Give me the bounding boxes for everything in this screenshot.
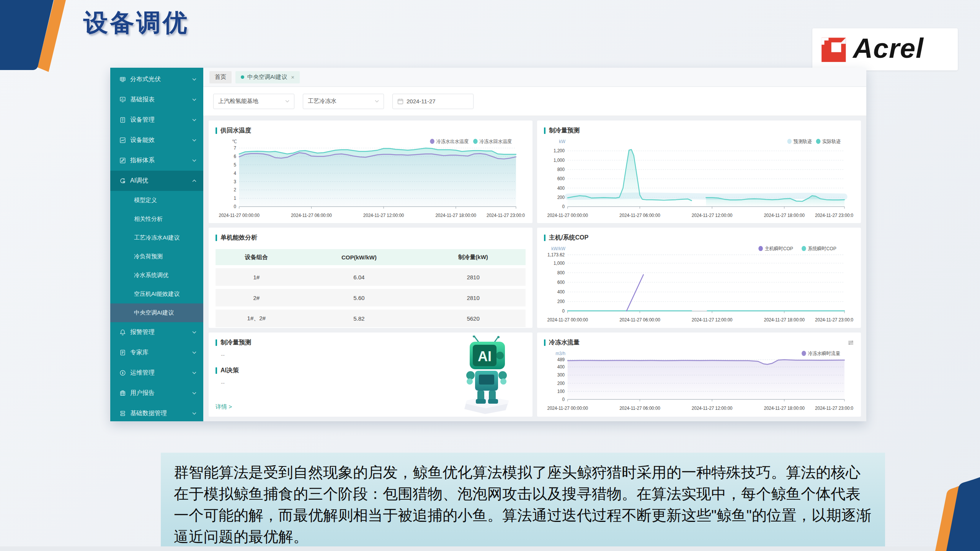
sidebar-item-10[interactable]: 冷水系统调优 (110, 266, 203, 285)
sidebar-item-3[interactable]: 设备能效 (110, 130, 203, 150)
svg-text:100: 100 (557, 388, 565, 394)
svg-text:2024-11-27 00:00:00: 2024-11-27 00:00:00 (547, 317, 588, 322)
panel-title: 单机能效分析 (220, 234, 257, 242)
date-picker[interactable]: 2024-11-27 (392, 94, 474, 109)
table-cell: 5.60 (297, 289, 421, 306)
svg-text:2024-11-27 00:00:00: 2024-11-27 00:00:00 (547, 405, 588, 411)
brand-name: Acrel (853, 34, 924, 62)
acrel-logo-icon (819, 34, 849, 64)
svg-text:1,000: 1,000 (554, 157, 565, 163)
sidebar-item-9[interactable]: 冷负荷预测 (110, 247, 203, 266)
sidebar-item-2[interactable]: 设备管理 (110, 110, 203, 130)
sidebar-item-label: 分布式光伏 (130, 75, 192, 83)
table-row: 1#、2#5.825620 (216, 310, 526, 327)
svg-text:kW/kW: kW/kW (551, 246, 565, 251)
table-row: 2#5.602810 (216, 289, 526, 306)
sidebar-item-label: 运维管理 (130, 369, 192, 377)
sidebar-item-16[interactable]: 用户报告 (110, 383, 203, 403)
tab-1[interactable]: 中央空调AI建议× (235, 71, 300, 83)
sidebar-item-label: 中央空调AI建议 (134, 309, 196, 316)
svg-text:1,200: 1,200 (554, 148, 565, 153)
efficiency-icon (119, 137, 126, 143)
svg-text:0: 0 (562, 397, 565, 402)
expert-icon (119, 349, 126, 356)
chevron-down-icon (192, 331, 196, 334)
sidebar-item-8[interactable]: 工艺冷冻水AI建议 (110, 228, 203, 247)
sidebar-item-1[interactable]: 基础报表 (110, 90, 203, 110)
chevron-down-icon (192, 351, 196, 354)
table-cell: 1# (216, 268, 297, 286)
svg-text:200: 200 (557, 195, 565, 200)
corner-decoration-bottom-right (911, 476, 980, 551)
sidebar-item-0[interactable]: 分布式光伏 (110, 69, 203, 90)
data-icon (119, 410, 126, 417)
svg-text:实际轨迹: 实际轨迹 (822, 139, 841, 144)
footer-strip (0, 546, 980, 551)
svg-text:冷冻水瞬时流量: 冷冻水瞬时流量 (808, 351, 840, 356)
page-title: 设备调优 (83, 6, 189, 39)
brand-logo: Acrel (812, 28, 958, 70)
svg-text:300: 300 (557, 372, 565, 378)
title-accent-bar (544, 127, 546, 134)
title-accent-bar (216, 339, 217, 346)
flow-chart: 0100200300400489m3/h2024-11-27 00:00:002… (544, 348, 854, 412)
chevron-down-icon (192, 139, 196, 142)
panel-title: 制冷量预测 (220, 339, 251, 347)
svg-text:2024-11-27 00:00:00: 2024-11-27 00:00:00 (547, 212, 588, 218)
panel-cooling-forecast-chart: 制冷量预测 02004006008001,0001,200kW2024-11-2… (537, 121, 861, 223)
svg-text:0: 0 (562, 204, 565, 209)
sidebar: 分布式光伏基础报表设备管理设备能效指标体系AI调优模型定义相关性分析工艺冷冻水A… (110, 68, 203, 421)
svg-text:2024-11-27 23:00:0: 2024-11-27 23:00:0 (815, 317, 853, 322)
sidebar-item-4[interactable]: 指标体系 (110, 150, 203, 171)
active-tab-dot (241, 75, 244, 79)
svg-text:2024-11-27 18:00:00: 2024-11-27 18:00:00 (764, 317, 805, 322)
sidebar-item-7[interactable]: 相关性分析 (110, 210, 203, 228)
system-select[interactable]: 工艺冷冻水 (303, 94, 384, 109)
tab-0[interactable]: 首页 (209, 71, 232, 83)
chevron-down-icon (192, 119, 196, 121)
cop-chart-svg: 02004006008001,0001,173.62kW/kW2024-11-2… (544, 243, 854, 324)
sidebar-item-17[interactable]: 基础数据管理 (110, 403, 203, 421)
site-select[interactable]: 上汽检氢能基地 (213, 94, 294, 109)
svg-text:200: 200 (557, 380, 565, 386)
title-accent-bar (544, 339, 546, 346)
sidebar-item-5[interactable]: AI调优 (110, 171, 203, 191)
sidebar-item-15[interactable]: 运维管理 (110, 363, 203, 383)
sidebar-item-12[interactable]: 中央空调AI建议 (110, 303, 203, 322)
ops-icon (119, 370, 126, 376)
chart-settings-icon[interactable] (848, 339, 854, 346)
sidebar-item-label: 设备能效 (130, 136, 192, 144)
svg-text:400: 400 (557, 289, 565, 295)
svg-text:2024-11-27 00:00:00: 2024-11-27 00:00:00 (219, 212, 260, 218)
close-icon[interactable]: × (291, 74, 294, 80)
chevron-down-icon (192, 392, 196, 395)
table-cell: 1#、2# (216, 310, 297, 327)
sidebar-item-label: 报警管理 (130, 328, 192, 336)
efficiency-table: 设备组合COP(kW/kW)制冷量(kW) 1#6.0428102#5.6028… (216, 246, 526, 328)
svg-text:m3/h: m3/h (555, 350, 565, 356)
svg-text:冷冻水回水温度: 冷冻水回水温度 (479, 139, 511, 144)
svg-text:6: 6 (234, 154, 237, 159)
kpi-icon (119, 157, 126, 164)
detail-link[interactable]: 详情 > (216, 403, 232, 411)
svg-text:400: 400 (557, 364, 565, 370)
sidebar-item-label: 设备管理 (130, 116, 192, 124)
ai-icon (119, 178, 126, 184)
tab-label: 首页 (215, 73, 226, 81)
chevron-down-icon (192, 159, 196, 162)
svg-text:2024-11-27 18:00:00: 2024-11-27 18:00:00 (764, 212, 805, 218)
svg-text:400: 400 (557, 185, 565, 191)
svg-text:3: 3 (234, 179, 237, 184)
main-area: 首页中央空调AI建议× 上汽检氢能基地 工艺冷冻水 2024-11-27 供回水 (203, 68, 866, 421)
panel-title: 冷冻水流量 (549, 339, 580, 347)
sidebar-item-11[interactable]: 空压机AI能效建议 (110, 285, 203, 303)
dashboard: 分布式光伏基础报表设备管理设备能效指标体系AI调优模型定义相关性分析工艺冷冻水A… (110, 68, 866, 421)
svg-text:800: 800 (557, 167, 565, 172)
sidebar-item-14[interactable]: 专家库 (110, 342, 203, 363)
panel-title: 制冷量预测 (549, 127, 580, 135)
table-cell: 2810 (421, 289, 526, 306)
sidebar-item-13[interactable]: 报警管理 (110, 322, 203, 342)
svg-text:2024-11-27 23:00:0: 2024-11-27 23:00:0 (815, 405, 853, 411)
cop-chart: 02004006008001,0001,173.62kW/kW2024-11-2… (544, 243, 854, 324)
sidebar-item-6[interactable]: 模型定义 (110, 191, 203, 210)
